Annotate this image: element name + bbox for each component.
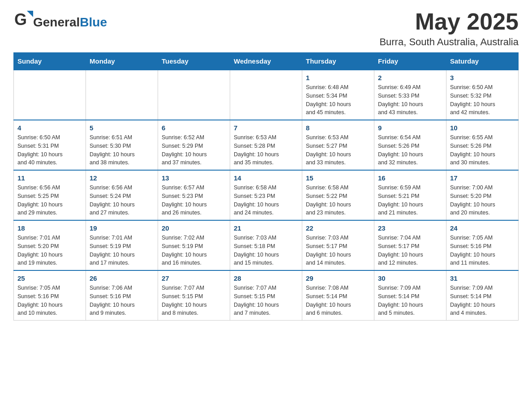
day-info: Sunrise: 6:58 AMSunset: 5:22 PMDaylight:…	[306, 184, 370, 217]
day-number: 23	[378, 223, 442, 233]
calendar-day-cell: 14Sunrise: 6:58 AMSunset: 5:23 PMDayligh…	[230, 170, 302, 220]
calendar-header-row: SundayMondayTuesdayWednesdayThursdayFrid…	[14, 53, 519, 70]
calendar-day-cell: 31Sunrise: 7:09 AMSunset: 5:14 PMDayligh…	[446, 270, 519, 321]
day-info: Sunrise: 7:03 AMSunset: 5:17 PMDaylight:…	[306, 234, 370, 267]
day-of-week-header: Friday	[374, 53, 446, 70]
day-number: 10	[450, 123, 515, 133]
day-number: 3	[450, 73, 515, 82]
day-number: 12	[90, 173, 154, 183]
day-number: 24	[450, 223, 515, 233]
day-info: Sunrise: 6:52 AMSunset: 5:29 PMDaylight:…	[162, 133, 226, 167]
day-number: 1	[306, 73, 370, 82]
day-number: 27	[162, 274, 226, 283]
day-info: Sunrise: 6:51 AMSunset: 5:30 PMDaylight:…	[90, 133, 154, 167]
day-info: Sunrise: 7:07 AMSunset: 5:15 PMDaylight:…	[234, 284, 298, 317]
day-number: 25	[17, 274, 82, 283]
calendar-day-cell: 24Sunrise: 7:05 AMSunset: 5:16 PMDayligh…	[446, 220, 519, 270]
calendar-day-cell: 6Sunrise: 6:52 AMSunset: 5:29 PMDaylight…	[158, 120, 230, 170]
calendar-day-cell: 13Sunrise: 6:57 AMSunset: 5:23 PMDayligh…	[158, 170, 230, 220]
day-info: Sunrise: 7:04 AMSunset: 5:17 PMDaylight:…	[378, 234, 442, 267]
calendar-day-cell: 12Sunrise: 6:56 AMSunset: 5:24 PMDayligh…	[86, 170, 158, 220]
day-number: 22	[306, 223, 370, 233]
day-number: 14	[234, 173, 298, 183]
page-header: G GeneralBlue May 2025 Burra, South Aust…	[13, 9, 519, 48]
day-number: 16	[378, 173, 442, 183]
day-number: 15	[306, 173, 370, 183]
calendar-week-row: 25Sunrise: 7:05 AMSunset: 5:16 PMDayligh…	[14, 270, 519, 321]
day-info: Sunrise: 6:50 AMSunset: 5:31 PMDaylight:…	[17, 133, 82, 167]
calendar-day-cell: 30Sunrise: 7:09 AMSunset: 5:14 PMDayligh…	[374, 270, 446, 321]
day-number: 30	[378, 274, 442, 283]
calendar-day-cell: 20Sunrise: 7:02 AMSunset: 5:19 PMDayligh…	[158, 220, 230, 270]
day-of-week-header: Tuesday	[158, 53, 230, 70]
calendar-day-cell: 4Sunrise: 6:50 AMSunset: 5:31 PMDaylight…	[14, 120, 86, 170]
calendar-week-row: 1Sunrise: 6:48 AMSunset: 5:34 PMDaylight…	[14, 70, 519, 120]
day-of-week-header: Sunday	[14, 53, 86, 70]
day-number: 17	[450, 173, 515, 183]
day-number: 28	[234, 274, 298, 283]
calendar-day-cell: 10Sunrise: 6:55 AMSunset: 5:26 PMDayligh…	[446, 120, 519, 170]
day-info: Sunrise: 6:53 AMSunset: 5:27 PMDaylight:…	[306, 133, 370, 167]
calendar-day-cell: 25Sunrise: 7:05 AMSunset: 5:16 PMDayligh…	[14, 270, 86, 321]
day-of-week-header: Thursday	[302, 53, 374, 70]
day-number: 8	[306, 123, 370, 133]
day-number: 11	[17, 173, 82, 183]
day-info: Sunrise: 6:56 AMSunset: 5:24 PMDaylight:…	[90, 184, 154, 217]
day-info: Sunrise: 7:08 AMSunset: 5:14 PMDaylight:…	[306, 284, 370, 317]
calendar-day-cell: 8Sunrise: 6:53 AMSunset: 5:27 PMDaylight…	[302, 120, 374, 170]
calendar-day-cell: 11Sunrise: 6:56 AMSunset: 5:25 PMDayligh…	[14, 170, 86, 220]
day-info: Sunrise: 7:03 AMSunset: 5:18 PMDaylight:…	[234, 234, 298, 267]
day-info: Sunrise: 6:53 AMSunset: 5:28 PMDaylight:…	[234, 133, 298, 167]
day-info: Sunrise: 6:49 AMSunset: 5:33 PMDaylight:…	[378, 83, 442, 117]
calendar-day-cell: 3Sunrise: 6:50 AMSunset: 5:32 PMDaylight…	[446, 70, 519, 120]
day-info: Sunrise: 7:02 AMSunset: 5:19 PMDaylight:…	[162, 234, 226, 267]
day-info: Sunrise: 7:01 AMSunset: 5:20 PMDaylight:…	[17, 234, 82, 267]
day-of-week-header: Monday	[86, 53, 158, 70]
day-number: 2	[378, 73, 442, 82]
logo-blue-text: Blue	[80, 15, 107, 29]
calendar-day-cell: 27Sunrise: 7:07 AMSunset: 5:15 PMDayligh…	[158, 270, 230, 321]
logo-icon: G	[13, 9, 33, 29]
day-number: 31	[450, 274, 515, 283]
day-number: 5	[90, 123, 154, 133]
day-info: Sunrise: 7:07 AMSunset: 5:15 PMDaylight:…	[162, 284, 226, 317]
calendar-day-cell: 19Sunrise: 7:01 AMSunset: 5:19 PMDayligh…	[86, 220, 158, 270]
day-of-week-header: Saturday	[446, 53, 519, 70]
day-number: 6	[162, 123, 226, 133]
day-number: 7	[234, 123, 298, 133]
svg-marker-1	[27, 11, 33, 17]
day-info: Sunrise: 6:56 AMSunset: 5:25 PMDaylight:…	[17, 184, 82, 217]
title-block: May 2025 Burra, South Australia, Austral…	[379, 9, 519, 48]
calendar-day-cell: 26Sunrise: 7:06 AMSunset: 5:16 PMDayligh…	[86, 270, 158, 321]
calendar-day-cell: 29Sunrise: 7:08 AMSunset: 5:14 PMDayligh…	[302, 270, 374, 321]
calendar-day-cell: 21Sunrise: 7:03 AMSunset: 5:18 PMDayligh…	[230, 220, 302, 270]
calendar-day-cell: 15Sunrise: 6:58 AMSunset: 5:22 PMDayligh…	[302, 170, 374, 220]
day-info: Sunrise: 6:50 AMSunset: 5:32 PMDaylight:…	[450, 83, 515, 117]
calendar-day-cell	[86, 70, 158, 120]
day-number: 19	[90, 223, 154, 233]
calendar-day-cell: 23Sunrise: 7:04 AMSunset: 5:17 PMDayligh…	[374, 220, 446, 270]
calendar-day-cell: 1Sunrise: 6:48 AMSunset: 5:34 PMDaylight…	[302, 70, 374, 120]
day-info: Sunrise: 6:55 AMSunset: 5:26 PMDaylight:…	[450, 133, 515, 167]
calendar-day-cell: 17Sunrise: 7:00 AMSunset: 5:20 PMDayligh…	[446, 170, 519, 220]
calendar-week-row: 18Sunrise: 7:01 AMSunset: 5:20 PMDayligh…	[14, 220, 519, 270]
day-number: 21	[234, 223, 298, 233]
page-title: May 2025	[379, 9, 519, 34]
day-info: Sunrise: 6:57 AMSunset: 5:23 PMDaylight:…	[162, 184, 226, 217]
calendar-day-cell: 18Sunrise: 7:01 AMSunset: 5:20 PMDayligh…	[14, 220, 86, 270]
calendar-day-cell: 7Sunrise: 6:53 AMSunset: 5:28 PMDaylight…	[230, 120, 302, 170]
day-info: Sunrise: 6:59 AMSunset: 5:21 PMDaylight:…	[378, 184, 442, 217]
day-info: Sunrise: 7:09 AMSunset: 5:14 PMDaylight:…	[378, 284, 442, 317]
day-number: 9	[378, 123, 442, 133]
calendar-table: SundayMondayTuesdayWednesdayThursdayFrid…	[13, 52, 519, 321]
day-info: Sunrise: 7:05 AMSunset: 5:16 PMDaylight:…	[450, 234, 515, 267]
day-number: 20	[162, 223, 226, 233]
day-number: 26	[90, 274, 154, 283]
day-info: Sunrise: 7:05 AMSunset: 5:16 PMDaylight:…	[17, 284, 82, 317]
logo: G GeneralBlue	[13, 9, 107, 29]
day-number: 13	[162, 173, 226, 183]
day-info: Sunrise: 7:06 AMSunset: 5:16 PMDaylight:…	[90, 284, 154, 317]
calendar-week-row: 4Sunrise: 6:50 AMSunset: 5:31 PMDaylight…	[14, 120, 519, 170]
calendar-week-row: 11Sunrise: 6:56 AMSunset: 5:25 PMDayligh…	[14, 170, 519, 220]
logo-general-text: General	[33, 15, 80, 29]
